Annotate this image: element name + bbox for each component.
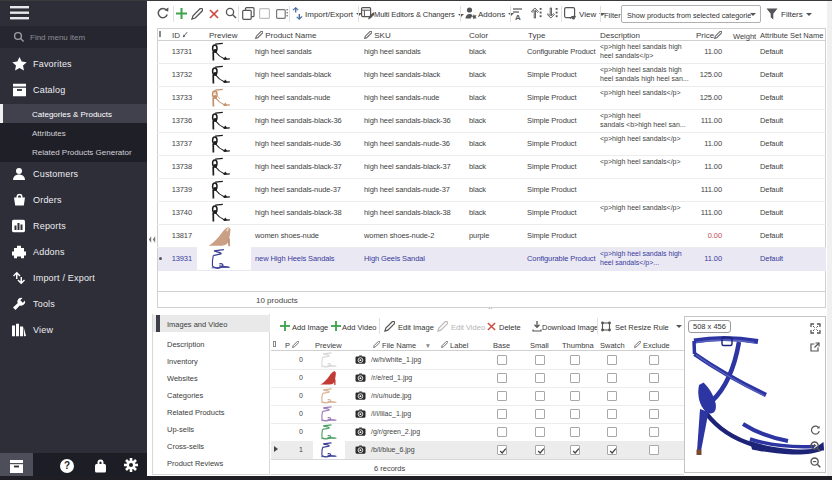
svg-text:A: A <box>515 13 521 21</box>
